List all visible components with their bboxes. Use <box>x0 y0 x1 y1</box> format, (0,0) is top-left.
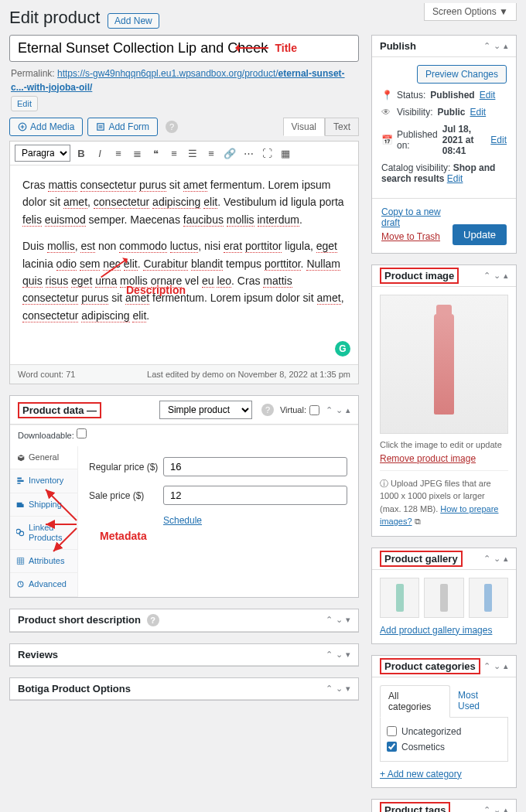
toggle-icon[interactable]: ▴ <box>346 405 350 415</box>
short-description-title: Product short description ? <box>18 614 326 626</box>
edit-visibility-link[interactable]: Edit <box>470 107 486 118</box>
virtual-checkbox[interactable] <box>309 405 319 415</box>
numbered-list-icon[interactable]: ≣ <box>129 145 145 161</box>
edit-date-link[interactable]: Edit <box>490 135 507 145</box>
help-icon[interactable]: ? <box>261 404 274 416</box>
category-checkbox[interactable] <box>387 726 397 736</box>
pd-tab-shipping[interactable]: Shipping <box>10 493 77 517</box>
regular-price-label: Regular price ($) <box>89 462 163 473</box>
bullet-list-icon[interactable]: ≡ <box>111 145 126 161</box>
product-categories-title: Product categories <box>380 658 480 674</box>
move-up-icon[interactable]: ⌃ <box>326 650 333 660</box>
move-down-icon[interactable]: ⌄ <box>336 684 343 694</box>
fullscreen-icon[interactable]: ⛶ <box>259 145 275 161</box>
move-down-icon[interactable]: ⌄ <box>494 805 500 812</box>
move-down-icon[interactable]: ⌄ <box>494 661 500 671</box>
pd-tab-attributes[interactable]: Attributes <box>10 550 77 573</box>
edit-status-link[interactable]: Edit <box>480 90 496 101</box>
category-item[interactable]: Cosmetics <box>387 739 501 755</box>
pd-tab-linked-products[interactable]: Linked Products <box>10 517 77 550</box>
product-type-select[interactable]: Simple product <box>159 401 252 419</box>
cat-tab-used[interactable]: Most Used <box>450 685 508 717</box>
move-down-icon[interactable]: ⌄ <box>494 41 500 51</box>
product-title-input[interactable] <box>9 35 359 62</box>
add-new-button[interactable]: Add New <box>108 13 159 29</box>
copy-draft-link[interactable]: Copy to a new draft <box>381 206 453 228</box>
sale-price-input[interactable] <box>163 486 347 505</box>
pin-icon: 📍 <box>381 90 392 101</box>
calendar-icon: 📅 <box>381 135 392 145</box>
add-gallery-link[interactable]: Add product gallery images <box>380 625 492 636</box>
cat-tab-all[interactable]: All categories <box>380 685 450 718</box>
reviews-title: Reviews <box>18 649 326 660</box>
editor-content[interactable]: Cras mattis consectetur purus sit amet f… <box>10 165 358 364</box>
move-up-icon[interactable]: ⌃ <box>483 554 490 564</box>
preview-changes-button[interactable]: Preview Changes <box>417 65 507 84</box>
align-right-icon[interactable]: ≡ <box>203 145 219 161</box>
toggle-icon[interactable]: ▾ <box>346 684 350 694</box>
gallery-thumb[interactable] <box>469 578 508 618</box>
help-icon[interactable]: ? <box>147 614 159 626</box>
move-up-icon[interactable]: ⌃ <box>326 615 333 625</box>
gallery-thumb[interactable] <box>380 578 419 618</box>
pd-tab-advanced[interactable]: Advanced <box>10 573 77 596</box>
quote-icon[interactable]: ❝ <box>148 145 163 161</box>
align-center-icon[interactable]: ☰ <box>185 145 200 161</box>
toggle-icon[interactable]: ▴ <box>504 41 508 51</box>
category-checkbox[interactable] <box>387 742 397 752</box>
move-up-icon[interactable]: ⌃ <box>326 684 333 694</box>
move-up-icon[interactable]: ⌃ <box>483 41 490 51</box>
align-left-icon[interactable]: ≡ <box>166 145 182 161</box>
category-item[interactable]: Uncategorized <box>387 724 501 739</box>
screen-options-button[interactable]: Screen Options ▼ <box>424 3 517 21</box>
move-down-icon[interactable]: ⌄ <box>336 615 343 625</box>
downloadable-checkbox[interactable] <box>77 428 87 438</box>
move-down-icon[interactable]: ⌄ <box>494 554 500 564</box>
move-up-icon[interactable]: ⌃ <box>483 805 490 812</box>
page-title: Edit product <box>9 8 100 28</box>
toggle-icon[interactable]: ▴ <box>504 271 508 281</box>
move-down-icon[interactable]: ⌄ <box>336 650 343 660</box>
toggle-icon[interactable]: ▾ <box>346 615 350 625</box>
editor-tab-visual[interactable]: Visual <box>283 118 325 136</box>
add-category-link[interactable]: + Add new category <box>380 769 462 780</box>
edit-catalog-link[interactable]: Edit <box>447 173 463 184</box>
toggle-icon[interactable]: ▴ <box>504 661 508 671</box>
schedule-link[interactable]: Schedule <box>163 515 202 526</box>
link-icon[interactable]: 🔗 <box>222 145 237 161</box>
product-tags-title: Product tags <box>380 802 450 812</box>
italic-icon[interactable]: I <box>92 145 108 161</box>
add-media-button[interactable]: Add Media <box>9 118 83 136</box>
help-icon[interactable]: ? <box>166 121 178 133</box>
pd-tab-general[interactable]: General <box>10 446 77 469</box>
permalink-row: Permalink: https://s-gw49nhqqn6qpl.eu1.w… <box>11 67 357 112</box>
product-data-title: Product data — <box>18 402 101 418</box>
more-icon[interactable]: ⋯ <box>241 145 256 161</box>
move-up-icon[interactable]: ⌃ <box>483 661 490 671</box>
toolbar-toggle-icon[interactable]: ▦ <box>278 145 293 161</box>
regular-price-input[interactable] <box>163 457 347 476</box>
word-count: Word count: 71 <box>18 370 75 379</box>
move-up-icon[interactable]: ⌃ <box>326 405 333 415</box>
move-trash-link[interactable]: Move to Trash <box>381 231 453 242</box>
move-down-icon[interactable]: ⌄ <box>494 271 500 281</box>
move-up-icon[interactable]: ⌃ <box>483 271 490 281</box>
botiga-options-title: Botiga Product Options <box>18 683 326 694</box>
add-form-button[interactable]: Add Form <box>87 118 158 136</box>
gallery-thumb[interactable] <box>424 578 463 618</box>
permalink-link[interactable]: https://s-gw49nhqqn6qpl.eu1.wpsandbox.or… <box>11 68 345 93</box>
toggle-icon[interactable]: ▾ <box>346 650 350 660</box>
toggle-icon[interactable]: ▴ <box>504 554 508 564</box>
remove-image-link[interactable]: Remove product image <box>380 453 476 464</box>
grammarly-icon[interactable]: G <box>335 341 350 357</box>
format-select[interactable]: Paragraph <box>15 145 70 162</box>
permalink-edit-button[interactable]: Edit <box>11 96 38 112</box>
product-image-preview[interactable] <box>380 295 508 434</box>
move-down-icon[interactable]: ⌄ <box>336 405 343 415</box>
editor-tab-text[interactable]: Text <box>325 118 359 136</box>
pd-tab-inventory[interactable]: Inventory <box>10 469 77 493</box>
bold-icon[interactable]: B <box>73 145 89 161</box>
publish-title: Publish <box>380 40 483 52</box>
update-button[interactable]: Update <box>453 224 507 245</box>
toggle-icon[interactable]: ▴ <box>504 805 508 812</box>
